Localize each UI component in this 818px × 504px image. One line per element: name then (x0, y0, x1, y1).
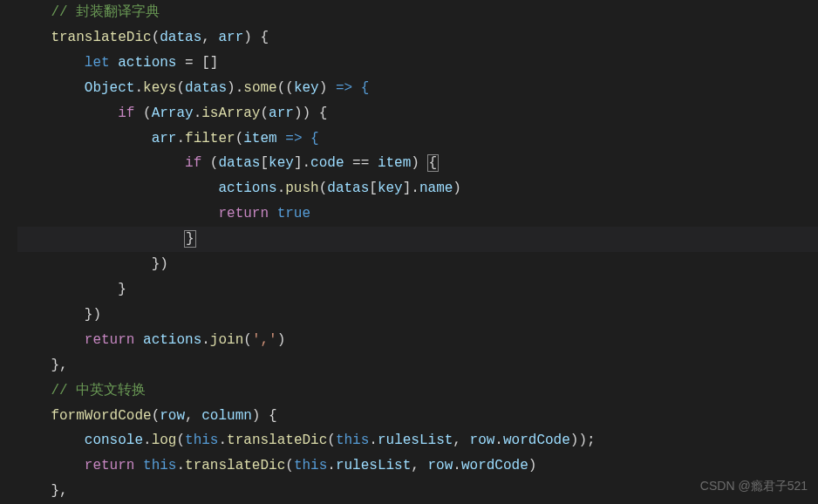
code-line: return true (17, 201, 818, 227)
code-line: actions.push(datas[key].name) (17, 176, 818, 201)
code-line: return this.translateDic(this.rulesList,… (17, 453, 818, 479)
code-line: }, (17, 479, 818, 504)
comment: // 封装翻译字典 (51, 4, 160, 20)
code-line: if (Array.isArray(arr)) { (17, 101, 818, 126)
code-editor[interactable]: // 封装翻译字典 translateDic(datas, arr) { let… (0, 0, 818, 504)
code-line: // 封装翻译字典 (17, 0, 818, 25)
bracket-match: } (185, 231, 195, 247)
code-line: console.log(this.translateDic(this.rules… (17, 428, 818, 453)
code-line: if (datas[key].code == item) { (17, 151, 818, 176)
code-line: }) (17, 252, 818, 277)
code-line: } (17, 277, 818, 303)
code-line: }, (17, 353, 818, 378)
bracket-match: { (428, 155, 439, 171)
code-line: formWordCode(row, column) { (17, 404, 818, 429)
code-line: translateDic(datas, arr) { (17, 25, 818, 51)
code-line: // 中英文转换 (17, 378, 818, 404)
code-line: return actions.join(',') (17, 328, 818, 353)
comment: // 中英文转换 (51, 383, 146, 398)
code-line: }) (17, 303, 818, 328)
current-line: } (17, 227, 818, 252)
function-name: translateDic (51, 30, 151, 45)
code-line: let actions = [] (17, 51, 818, 76)
watermark: CSDN @瘾君子521 (700, 473, 808, 499)
code-line: arr.filter(item => { (17, 126, 818, 152)
code-line: Object.keys(datas).some((key) => { (17, 76, 818, 101)
